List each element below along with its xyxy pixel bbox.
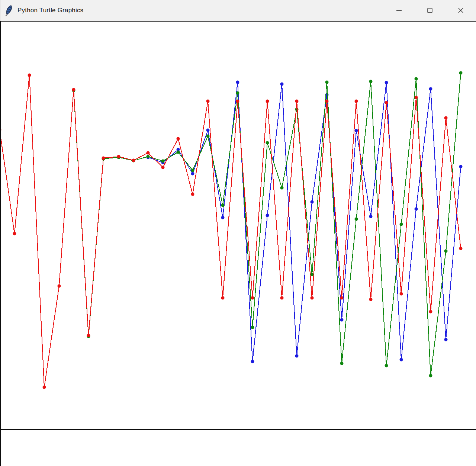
blue-data-point — [355, 129, 358, 132]
red-data-point — [236, 100, 239, 103]
blue-data-point — [221, 216, 225, 219]
red-data-point — [385, 101, 388, 105]
green-data-point — [385, 364, 388, 367]
green-data-point — [161, 160, 165, 163]
green-data-point — [221, 204, 225, 207]
red-data-point — [311, 296, 314, 300]
red-data-point — [340, 296, 344, 300]
green-data-point — [355, 218, 358, 221]
green-data-point — [415, 77, 418, 81]
red-data-point — [132, 159, 135, 162]
red-data-point — [13, 232, 16, 235]
canvas-bottom-line — [1, 429, 476, 430]
window-controls — [383, 0, 476, 21]
green-data-point — [280, 186, 284, 190]
red-data-point — [147, 151, 150, 155]
red-data-point — [117, 155, 120, 158]
red-data-point — [177, 137, 180, 141]
green-data-point — [459, 71, 463, 75]
green-data-point — [295, 108, 299, 111]
app-window: { "window": { "title": "Python Turtle Gr… — [0, 0, 476, 466]
red-data-point — [251, 296, 254, 300]
red-data-point — [295, 100, 299, 103]
python-feather-icon — [4, 5, 13, 16]
green-data-point — [191, 169, 194, 172]
red-data-point — [280, 296, 284, 300]
blue-data-point — [191, 172, 194, 176]
red-data-point — [43, 386, 46, 389]
blue-data-point — [206, 129, 210, 132]
green-data-point — [444, 250, 448, 253]
green-data-point — [147, 155, 150, 158]
canvas-area — [0, 21, 476, 466]
green-data-point — [266, 141, 269, 145]
blue-data-point — [459, 165, 463, 168]
window-title: Python Turtle Graphics — [17, 7, 83, 14]
red-data-point — [429, 310, 432, 314]
blue-data-point — [429, 87, 432, 91]
red-data-point — [415, 96, 418, 99]
red-data-point — [102, 157, 105, 160]
close-icon — [458, 7, 464, 13]
blue-data-point — [415, 208, 418, 211]
red-data-point — [400, 292, 403, 296]
red-data-point — [58, 285, 61, 288]
green-data-point — [340, 362, 344, 365]
red-data-point — [325, 100, 329, 103]
green-data-point — [251, 326, 254, 329]
red-data-point — [161, 166, 165, 169]
blue-data-point — [251, 360, 254, 363]
turtle-canvas-svg — [1, 22, 476, 466]
blue-data-point — [385, 81, 388, 84]
red-data-point — [87, 334, 90, 337]
blue-data-point — [400, 358, 403, 361]
blue-data-point — [266, 214, 269, 217]
green-data-point — [177, 151, 180, 154]
red-data-point — [369, 298, 373, 301]
minimize-button[interactable] — [383, 0, 414, 21]
maximize-icon — [427, 7, 433, 13]
blue-data-point — [444, 338, 448, 341]
green-data-point — [236, 91, 239, 95]
maximize-button[interactable] — [414, 0, 445, 21]
red-data-point — [28, 74, 31, 77]
green-data-point — [369, 80, 373, 83]
green-data-point — [206, 135, 210, 138]
blue-series — [147, 81, 463, 363]
red-data-point — [206, 100, 210, 103]
blue-data-point — [340, 318, 344, 322]
green-data-point — [325, 81, 329, 84]
red-data-point — [459, 247, 463, 250]
green-data-point — [311, 273, 314, 276]
red-data-point — [1, 128, 1, 132]
blue-data-point — [295, 354, 299, 358]
red-data-point — [221, 296, 225, 300]
blue-data-point — [280, 83, 284, 86]
close-button[interactable] — [445, 0, 476, 21]
red-data-point — [72, 88, 75, 91]
minimize-icon — [396, 7, 402, 13]
red-data-point — [444, 116, 448, 120]
red-data-point — [355, 100, 358, 103]
title-bar: Python Turtle Graphics — [0, 0, 476, 21]
green-data-point — [400, 223, 403, 226]
green-data-point — [429, 374, 432, 377]
red-data-point — [191, 193, 194, 196]
red-data-point — [266, 100, 269, 103]
blue-data-point — [369, 215, 373, 218]
blue-data-point — [311, 200, 314, 204]
red-series — [1, 74, 463, 389]
blue-data-point — [236, 81, 239, 84]
